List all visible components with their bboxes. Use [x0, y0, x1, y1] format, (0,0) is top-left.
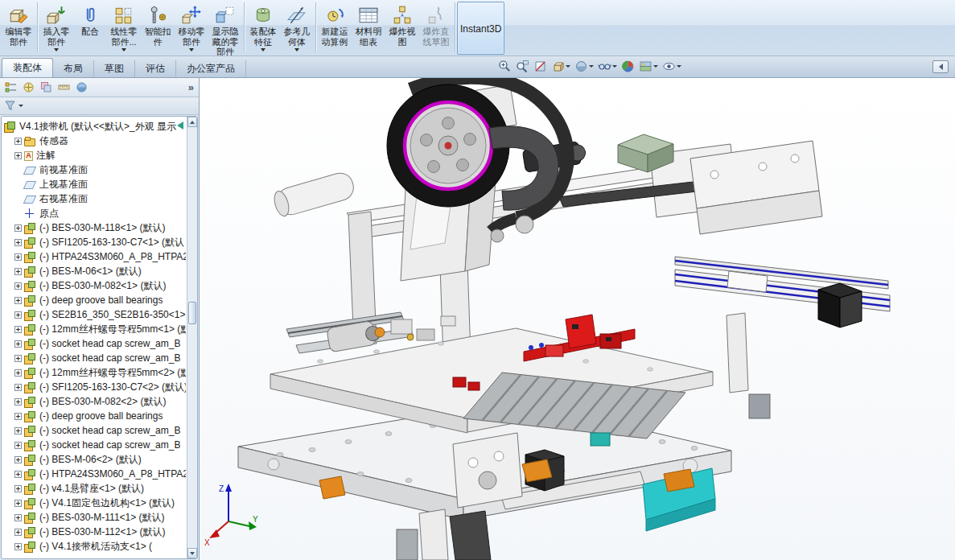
- move-component-button[interactable]: 移动零 部件: [175, 2, 208, 55]
- instant3d-button[interactable]: Instant3D: [457, 2, 504, 55]
- tree-item[interactable]: (-) BES-030-M-111<1> (默认): [4, 510, 186, 525]
- expand-toggle-icon[interactable]: [14, 398, 22, 406]
- graphics-viewport[interactable]: Z Y X: [200, 78, 955, 560]
- expand-toggle-icon[interactable]: [14, 152, 22, 159]
- bill-of-materials-button[interactable]: 材料明 细表: [352, 2, 385, 55]
- tree-item[interactable]: (-) deep groove ball bearings: [4, 293, 186, 307]
- expand-toggle-icon[interactable]: [14, 282, 22, 290]
- show-hidden-components-button[interactable]: 显示隐 藏的零 部件: [208, 2, 242, 55]
- expand-toggle-icon[interactable]: [14, 413, 22, 420]
- tree-item[interactable]: (-) 12mm丝杆螺母导程5mm<2> (默: [4, 365, 186, 380]
- view-settings-button[interactable]: [661, 59, 683, 74]
- tree-item[interactable]: (-) HTPA24S3M060_A_P8_HTPA24S3: [4, 467, 186, 481]
- mate-button[interactable]: 配合: [73, 2, 107, 55]
- expand-toggle-icon[interactable]: [14, 340, 22, 348]
- configurationmanager-tab-icon[interactable]: [40, 81, 52, 93]
- tab-office-products[interactable]: 办公室产品: [176, 60, 246, 77]
- tree-scrollbar[interactable]: [187, 117, 197, 558]
- display-style-button[interactable]: [573, 59, 595, 74]
- tab-sketch[interactable]: 草图: [94, 60, 135, 77]
- expand-toggle-icon[interactable]: [14, 485, 22, 492]
- model-roller-cylinder[interactable]: [272, 170, 356, 218]
- tree-item[interactable]: (-) socket head cap screw_am_B: [4, 423, 186, 438]
- tree-item[interactable]: 上视基准面: [4, 177, 186, 191]
- expand-toggle-icon[interactable]: [14, 442, 22, 449]
- expand-toggle-icon[interactable]: [14, 253, 22, 261]
- tree-item[interactable]: (-) socket head cap screw_am_B: [4, 336, 186, 351]
- tree-item[interactable]: (-) BES-M-06<1> (默认): [4, 264, 186, 278]
- panel-collapse-button[interactable]: [932, 60, 949, 73]
- scroll-thumb[interactable]: [188, 302, 196, 324]
- tree-item[interactable]: (-) BES-M-06<2> (默认): [4, 452, 186, 467]
- tree-item[interactable]: (-) HTPA24S3M060_A_P8_HTPA24S3: [4, 249, 186, 264]
- panel-overflow-button[interactable]: »: [188, 81, 194, 93]
- edit-component-button[interactable]: 编辑零 部件: [2, 2, 35, 55]
- expand-toggle-icon[interactable]: [14, 224, 22, 232]
- tree-item[interactable]: (-) socket head cap screw_am_B: [4, 351, 186, 365]
- featuremanager-tab-icon[interactable]: [5, 81, 17, 93]
- tree-item[interactable]: (-) V4.1接带机活动支<1> (: [4, 539, 186, 554]
- tree-item[interactable]: (-) SFI1205-163-130-C7<2> (默认): [4, 380, 186, 394]
- displaymanager-tab-icon[interactable]: [76, 81, 88, 93]
- tree-item[interactable]: 传感器: [4, 134, 186, 148]
- tree-item[interactable]: (-) SE2B16_350_SE2B16-350<1> (默: [4, 307, 186, 322]
- tree-item[interactable]: (-) V4.1固定包边机构<1> (默认): [4, 496, 186, 510]
- reference-geometry-button[interactable]: 参考几 何体: [280, 2, 314, 55]
- expand-toggle-icon[interactable]: [14, 369, 22, 377]
- section-view-button[interactable]: [532, 59, 549, 74]
- dimxpertmanager-tab-icon[interactable]: [58, 81, 70, 93]
- tree-item[interactable]: (-) BES-030-M-118<1> (默认): [4, 220, 186, 235]
- propertymanager-tab-icon[interactable]: [23, 81, 35, 93]
- expand-toggle-icon[interactable]: [14, 384, 22, 391]
- scroll-up-button[interactable]: [187, 117, 197, 127]
- rollback-arrow-icon[interactable]: [177, 121, 183, 130]
- expand-toggle-icon[interactable]: [14, 355, 22, 362]
- scroll-down-button[interactable]: [187, 548, 197, 558]
- expand-toggle-icon[interactable]: [14, 514, 22, 521]
- hide-show-items-button[interactable]: [596, 59, 619, 74]
- expand-toggle-icon[interactable]: [14, 297, 22, 304]
- linear-component-pattern-button[interactable]: 线性零 部件...: [107, 2, 141, 55]
- model-rail-end-block[interactable]: [818, 283, 862, 327]
- expand-toggle-icon[interactable]: [14, 311, 22, 319]
- exploded-view-button[interactable]: 爆炸视 图: [385, 2, 419, 55]
- apply-scene-button[interactable]: [637, 59, 660, 74]
- tree-item[interactable]: 原点: [4, 206, 186, 220]
- expand-toggle-icon[interactable]: [14, 529, 22, 536]
- assembly-features-button[interactable]: 装配体 特征: [246, 2, 280, 55]
- tree-item[interactable]: (-) 12mm丝杆螺母导程5mm<1> (默: [4, 322, 186, 336]
- model-wheel-assembly[interactable]: [387, 78, 567, 281]
- tree-item[interactable]: 右视基准面: [4, 191, 186, 206]
- appearances-button[interactable]: [620, 59, 636, 74]
- tree-item[interactable]: (-) deep groove ball bearings: [4, 409, 186, 423]
- tree-item[interactable]: (-) BES-030-M-082<2> (默认): [4, 394, 186, 409]
- expand-toggle-icon[interactable]: [14, 138, 22, 145]
- tree-item[interactable]: (-) BES-030-M-112<1> (默认): [4, 525, 186, 539]
- explode-line-sketch-button[interactable]: 爆炸直 线草图: [419, 2, 453, 55]
- zoom-fit-button[interactable]: [496, 59, 513, 74]
- model-bottom-posts[interactable]: [397, 509, 491, 560]
- filter-funnel-icon[interactable]: [4, 100, 16, 112]
- view-orientation-button[interactable]: [550, 59, 572, 74]
- tab-layout[interactable]: 布局: [53, 60, 94, 77]
- expand-toggle-icon[interactable]: [14, 500, 22, 507]
- expand-toggle-icon[interactable]: [14, 268, 22, 275]
- zoom-area-button[interactable]: [514, 59, 531, 74]
- tree-item[interactable]: 注解: [4, 148, 186, 163]
- expand-toggle-icon[interactable]: [14, 427, 22, 434]
- new-motion-study-button[interactable]: 新建运 动算例: [318, 2, 352, 55]
- expand-toggle-icon[interactable]: [14, 456, 22, 463]
- smart-fasteners-button[interactable]: 智能扣 件: [141, 2, 175, 55]
- insert-component-button[interactable]: 插入零 部件: [39, 2, 73, 55]
- tab-evaluate[interactable]: 评估: [135, 60, 176, 77]
- dropdown-arrow-icon[interactable]: [19, 105, 23, 107]
- tree-item[interactable]: (-) socket head cap screw_am_B: [4, 438, 186, 452]
- tree-root-item[interactable]: V4.1接带机 (默认<<默认>_外观 显示: [4, 119, 186, 134]
- tree-item[interactable]: (-) v4.1悬臂座<1> (默认): [4, 481, 186, 496]
- tree-item[interactable]: 前视基准面: [4, 163, 186, 177]
- tree-item[interactable]: (-) BES-030-M-082<1> (默认): [4, 278, 186, 293]
- expand-toggle-icon[interactable]: [14, 543, 22, 550]
- expand-toggle-icon[interactable]: [14, 326, 22, 333]
- tree-item[interactable]: (-) SFI1205-163-130-C7<1> (默认: [4, 235, 186, 249]
- expand-toggle-icon[interactable]: [14, 239, 22, 246]
